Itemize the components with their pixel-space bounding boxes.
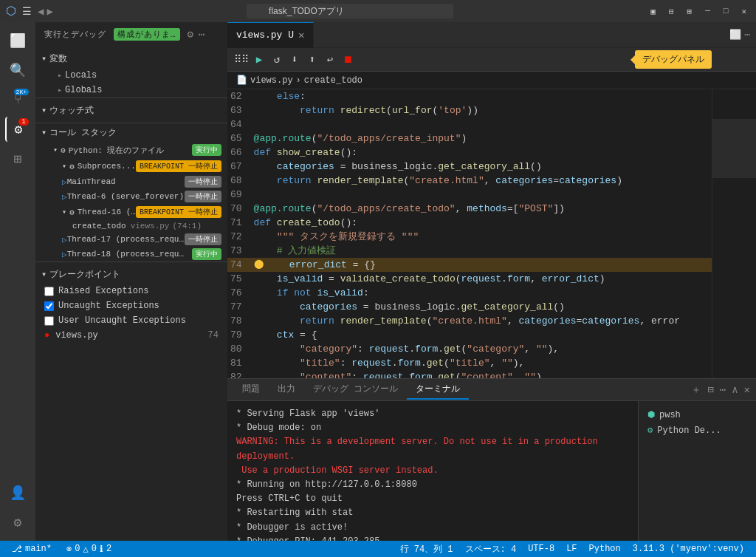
debug-icon[interactable]: ⚙1 bbox=[5, 117, 30, 142]
split-terminal-icon[interactable]: ⊟ bbox=[707, 383, 713, 396]
code-line-68: 68 return render_template("create.html",… bbox=[227, 174, 712, 188]
close-button[interactable]: ✕ bbox=[738, 5, 750, 18]
chevron-right-icon: ▸ bbox=[58, 86, 62, 95]
uncaught-exceptions-checkbox[interactable] bbox=[44, 301, 54, 311]
stop-button[interactable]: ⏹ bbox=[340, 52, 356, 68]
tab-close-icon[interactable]: ✕ bbox=[298, 29, 304, 41]
nav-forward-button[interactable]: ▶ bbox=[47, 5, 52, 18]
watch-header[interactable]: ▾ ウォッチ式 bbox=[35, 101, 227, 120]
extensions-icon[interactable]: ⊞ bbox=[5, 146, 30, 171]
pwsh-item[interactable]: ⬢ pwsh bbox=[645, 407, 750, 423]
more-actions-icon[interactable]: ⋯ bbox=[744, 29, 750, 41]
thread18-item[interactable]: ▷ Thread-18 (process_requ… 実行中 bbox=[35, 247, 227, 262]
main-thread-label: MainThread bbox=[67, 177, 116, 186]
breakpoints-header[interactable]: ▾ ブレークポイント bbox=[35, 265, 227, 284]
code-line-65: 65 @app.route("/todo_apps/create_input") bbox=[227, 131, 712, 146]
editor-toolbar: ⬜ ⋯ bbox=[724, 29, 756, 41]
encoding-status[interactable]: UTF-8 bbox=[525, 543, 557, 556]
watch-section: ▾ ウォッチ式 bbox=[35, 98, 227, 123]
call-stack-header[interactable]: ▾ コール スタック bbox=[35, 123, 227, 142]
more-terminal-icon[interactable]: ⋯ bbox=[720, 383, 726, 396]
search-icon[interactable]: 🔍 bbox=[5, 58, 30, 83]
step-over-button[interactable]: ↺ bbox=[269, 52, 285, 68]
nav-back-button[interactable]: ◀ bbox=[38, 5, 44, 18]
spaces-label: スペース: 4 bbox=[465, 543, 517, 556]
python-version-status[interactable]: 3.11.3 ('myenv':venv) bbox=[630, 543, 747, 556]
titlebar: ⬡ ☰ ◀ ▶ ▣ ⊟ ⊞ ─ □ ✕ bbox=[0, 0, 756, 22]
step-into-button[interactable]: ⬇ bbox=[286, 52, 303, 68]
maximize-panel-icon[interactable]: ∧ bbox=[732, 383, 738, 396]
thread-icon: ⚙ bbox=[69, 208, 75, 217]
thread16-item[interactable]: ▾ ⚙ Thread-16 (… BREAKPOINT 一時停止 bbox=[35, 204, 227, 220]
tab-debug-console[interactable]: デバッグ コンソール bbox=[304, 380, 407, 400]
code-line-72: 72 """ タスクを新規登録する """ bbox=[227, 230, 712, 244]
paused-badge2: 一時停止 bbox=[185, 191, 221, 202]
code-line-82: 82 "content": request.form.get("content"… bbox=[227, 370, 712, 378]
chevron-down-icon: ▾ bbox=[53, 146, 58, 154]
views-py-breakpoint[interactable]: ● views.py 74 bbox=[35, 328, 227, 343]
menu-icon[interactable]: ☰ bbox=[22, 5, 32, 18]
main-layout: ⬜ 🔍 ⑂2K+ ⚙1 ⊞ 👤 ⚙ 実行とデバッグ 構成がありま… ⚙ ⋯ ▾ … bbox=[0, 22, 756, 541]
settings-icon[interactable]: ⚙ bbox=[5, 510, 30, 535]
panel-controls: ＋ ⊟ ⋯ ∧ ✕ bbox=[691, 383, 750, 397]
term-line-pin: * Debugger PIN: 441-203-285 bbox=[236, 535, 629, 541]
chevron-right-icon: ▸ bbox=[58, 71, 62, 80]
line-ending-status[interactable]: LF bbox=[563, 543, 580, 556]
python-de-item[interactable]: ⚙ Python De... bbox=[645, 423, 750, 438]
variables-label: 変数 bbox=[49, 52, 67, 65]
paused-badge3: 一時停止 bbox=[185, 233, 221, 245]
step-out-button[interactable]: ⬆ bbox=[304, 52, 320, 68]
tab-terminal[interactable]: ターミナル bbox=[407, 380, 469, 400]
language-status[interactable]: Python bbox=[586, 543, 624, 556]
panel-body: * Serving Flask app 'views' * Debug mode… bbox=[227, 401, 756, 541]
search-input[interactable] bbox=[247, 4, 453, 18]
call-stack-subprocess[interactable]: ▾ ⚙ Subproces... BREAKPOINT 一時停止 bbox=[35, 158, 227, 174]
errors-status[interactable]: ⊗ 0 △ 0 ℹ 2 bbox=[63, 544, 114, 555]
grid-icon[interactable]: ⊞ bbox=[684, 5, 696, 18]
line-num-67: 67 bbox=[230, 160, 254, 174]
terminal-content[interactable]: * Serving Flask app 'views' * Debug mode… bbox=[227, 401, 638, 541]
accounts-icon[interactable]: 👤 bbox=[5, 480, 30, 505]
code-line-64: 64 bbox=[227, 117, 712, 131]
raised-exceptions-checkbox[interactable] bbox=[44, 287, 54, 296]
spaces-status[interactable]: スペース: 4 bbox=[462, 543, 520, 556]
main-thread-item[interactable]: ▷ MainThread 一時停止 bbox=[35, 174, 227, 189]
variables-section[interactable]: ▾ 変数 bbox=[35, 49, 227, 68]
code-content[interactable]: 62 else: 63 return redirect(url_for('top… bbox=[227, 89, 712, 378]
call-stack-python-file[interactable]: ▾ ⚙ Python: 現在のファイル 実行中 bbox=[35, 142, 227, 158]
thread17-item[interactable]: ▷ Thread-17 (process_requ… 一時停止 bbox=[35, 232, 227, 247]
split-editor-icon[interactable]: ⬜ bbox=[729, 29, 741, 41]
explorer-icon[interactable]: ⬜ bbox=[5, 28, 30, 53]
layout-icon[interactable]: ▣ bbox=[647, 5, 659, 18]
thread6-item[interactable]: ▷ Thread-6 (serve_forever) 一時停止 bbox=[35, 189, 227, 204]
breadcrumb-file[interactable]: views.py bbox=[250, 75, 293, 86]
user-uncaught-checkbox[interactable] bbox=[44, 316, 54, 326]
line-num-80: 80 bbox=[230, 342, 254, 356]
tab-output[interactable]: 出力 bbox=[269, 380, 304, 400]
settings-gear-icon[interactable]: ⚙ bbox=[188, 28, 194, 41]
locals-item[interactable]: ▸ Locals bbox=[35, 68, 227, 83]
create-todo-stack-item[interactable]: create_todo views.py (74:1) bbox=[35, 220, 227, 232]
line-ending-label: LF bbox=[566, 544, 577, 554]
config-button[interactable]: 構成がありま… bbox=[114, 28, 180, 41]
more-options-icon[interactable]: ⋯ bbox=[199, 28, 205, 41]
code-line-62: 62 else: bbox=[227, 89, 712, 103]
drag-handle[interactable]: ⠿⠿ bbox=[233, 52, 250, 68]
error-icon: ⊗ bbox=[66, 544, 72, 555]
close-panel-icon[interactable]: ✕ bbox=[744, 383, 750, 396]
line-num-66: 66 bbox=[230, 146, 254, 160]
line-col-status[interactable]: 行 74、列 1 bbox=[397, 543, 456, 556]
split-icon[interactable]: ⊟ bbox=[665, 5, 678, 18]
breadcrumb-function[interactable]: create_todo bbox=[304, 75, 362, 86]
source-control-icon[interactable]: ⑂2K+ bbox=[5, 87, 30, 112]
sidebar-content: ▾ 変数 ▸ Locals ▸ Globals ▾ ウォッチ式 bbox=[35, 47, 227, 541]
maximize-button[interactable]: □ bbox=[720, 5, 732, 18]
branch-status[interactable]: ⎇ main* bbox=[9, 544, 55, 555]
add-terminal-icon[interactable]: ＋ bbox=[691, 383, 701, 397]
minimize-button[interactable]: ─ bbox=[701, 5, 714, 18]
tab-problems[interactable]: 問題 bbox=[233, 380, 269, 400]
globals-item[interactable]: ▸ Globals bbox=[35, 83, 227, 98]
restart-button[interactable]: ↩ bbox=[322, 52, 338, 68]
continue-button[interactable]: ▶ bbox=[251, 52, 267, 68]
views-py-tab[interactable]: views.py U ✕ bbox=[227, 22, 314, 48]
